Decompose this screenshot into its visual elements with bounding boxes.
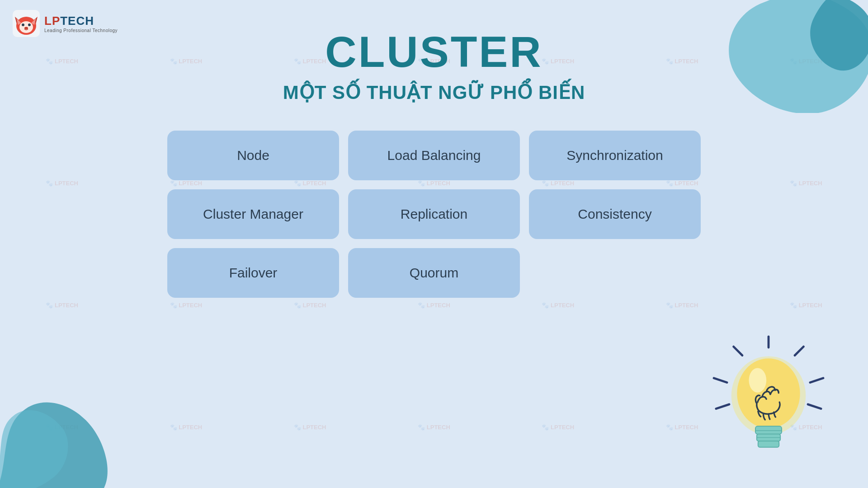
svg-point-6 <box>28 23 31 26</box>
logo: LPTECH Leading Professional Technology <box>13 10 118 37</box>
page-subtitle: MỘT SỐ THUẬT NGỮ PHỔ BIẾN <box>283 81 585 103</box>
term-cluster-manager[interactable]: Cluster Manager <box>167 189 339 239</box>
logo-tagline: Leading Professional Technology <box>44 28 118 33</box>
term-failover[interactable]: Failover <box>167 248 339 298</box>
term-quorum[interactable]: Quorum <box>348 248 520 298</box>
term-node[interactable]: Node <box>167 131 339 180</box>
term-replication[interactable]: Replication <box>348 189 520 239</box>
logo-name: LPTECH <box>44 14 118 28</box>
main-content: CLUSTER MỘT SỐ THUẬT NGỮ PHỔ BIẾN Node L… <box>0 0 868 488</box>
logo-text: LPTECH Leading Professional Technology <box>44 14 118 33</box>
svg-point-5 <box>22 23 24 26</box>
term-synchronization[interactable]: Synchronization <box>529 131 701 180</box>
page-title: CLUSTER <box>325 27 542 77</box>
terms-grid: Node Load Balancing Synchronization Clus… <box>167 131 701 298</box>
term-empty <box>529 248 701 298</box>
term-load-balancing[interactable]: Load Balancing <box>348 131 520 180</box>
svg-point-7 <box>24 27 28 29</box>
term-consistency[interactable]: Consistency <box>529 189 701 239</box>
logo-fox-icon <box>13 10 40 37</box>
